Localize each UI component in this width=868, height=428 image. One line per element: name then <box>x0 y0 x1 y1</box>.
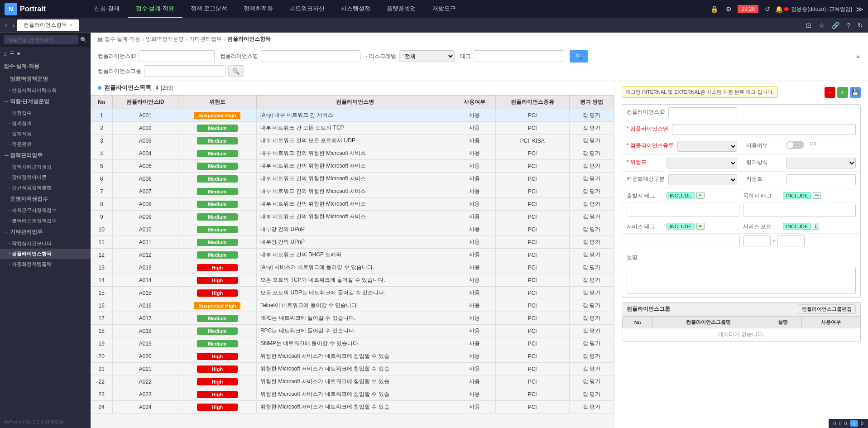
service-port-edit-icon[interactable]: ℹ <box>813 223 819 230</box>
sidebar-group-0[interactable]: ─ 방화벽정책운영 <box>0 73 91 85</box>
table-scroll[interactable]: No 컴플라이언스ID 위험도 컴플라이언스명 사용여부 컴플라이언스종류 평가… <box>91 95 614 428</box>
nav-item-0[interactable]: 신청·결재 <box>86 0 128 18</box>
nav-item-4[interactable]: 네트워크자산 <box>281 0 333 18</box>
sidebar-item-제책근무자정책접수[interactable]: · 제책근무자정책접수 <box>0 205 91 216</box>
account-target-select[interactable] <box>668 174 737 185</box>
sidebar-item-블랙리스트정책접수[interactable]: · 블랙리스트정책접수 <box>0 216 91 226</box>
compliance-group-input[interactable] <box>144 65 225 77</box>
use-yn-toggle[interactable] <box>786 141 804 149</box>
sidebar-group-3[interactable]: ─ 운영자직권접수 <box>0 193 91 205</box>
delete-button[interactable]: − <box>825 87 835 98</box>
table-row[interactable]: 5 A005 Medium 내부 네트워크 간의 위험한 Microsoft 서… <box>91 160 614 173</box>
nav-item-7[interactable]: 개발도구 <box>424 0 464 18</box>
tab-compliance[interactable]: 컴플라이언스항목 × <box>17 19 79 31</box>
table-row[interactable]: 9 A009 Medium 내부 네트워크 간의 위험한 Microsoft 서… <box>91 211 614 223</box>
tab-window-icon[interactable]: ⊡ <box>803 22 814 29</box>
table-row[interactable]: 17 A017 Medium RPC는 네트워크에 들어갈 수 있습니다. 사용… <box>91 312 614 325</box>
dest-tag-edit-icon[interactable]: ✏ <box>813 192 821 199</box>
table-row[interactable]: 12 A012 Medium 내부 네트워크 간의 DHCP 트래픽 사용 PC… <box>91 249 614 261</box>
sidebar-item-설계적용[interactable]: · 설계적용 <box>0 129 91 139</box>
table-row[interactable]: 2 A002 Medium 내부 네트워크 간 모든 포트의 TCP 사용 PC… <box>91 122 614 135</box>
sidebar-search-input[interactable] <box>4 35 78 44</box>
compliance-type-select[interactable] <box>677 141 737 152</box>
sidebar-item-컴플라이언스항목[interactable]: · 컴플라이언스항목 <box>0 249 91 259</box>
service-port-from[interactable] <box>743 236 771 246</box>
sidebar-item-적용완료[interactable]: · 적용완료 <box>0 139 91 149</box>
table-row[interactable]: 22 A022 High 위험한 Microsoft 서비스가 네트워크에 침입… <box>91 375 614 388</box>
sidebar-item-자동화정책템플릿[interactable]: · 자동화정책템플릿 <box>0 259 91 269</box>
sidebar-item-장비정책아이콘[interactable]: · 장비정책아이콘 <box>0 172 91 183</box>
risk-select-r[interactable] <box>667 158 737 168</box>
tab-help-icon[interactable]: ? <box>844 22 853 29</box>
expand-arrow[interactable]: ≫ <box>856 5 863 14</box>
table-row[interactable]: 1 A001 Suspected High [Any] 내부 네트워크 간 서비… <box>91 109 614 122</box>
sidebar-group-4[interactable]: ─ 기타관리업무 <box>0 226 91 238</box>
table-row[interactable]: 10 A010 Medium 내부망 간의 UPnP 사용 PCI 값 평가 <box>91 223 614 236</box>
search-button[interactable]: 🔍 <box>570 50 588 63</box>
sidebar-item-작업실시간모니터[interactable]: · 작업실시간모니터 <box>0 238 91 249</box>
sidebar-item-설계설계[interactable]: · 설계설계 <box>0 118 91 129</box>
tab-star-icon[interactable]: ☆ <box>816 22 827 29</box>
service-port-to[interactable] <box>777 236 805 246</box>
eval-method-select[interactable] <box>786 158 856 168</box>
table-row[interactable]: 19 A019 Medium SNMP는 네트워크에 들어갈 수 있습니다. 사… <box>91 337 614 350</box>
table-row[interactable]: 8 A008 Medium 내부 네트워크 간의 위험한 Microsoft 서… <box>91 198 614 211</box>
tab-link-icon[interactable]: 🔗 <box>829 22 842 29</box>
sidebar-star-icon[interactable]: ★ <box>16 51 21 57</box>
table-row[interactable]: 4 A004 Medium 내부 네트워크 간의 위험한 Microsoft 서… <box>91 147 614 160</box>
service-tag-edit-icon[interactable]: ✏ <box>696 223 705 230</box>
nav-item-6[interactable]: 플랫폼셋업 <box>379 0 424 18</box>
sidebar-search-icon[interactable]: 🔍 <box>80 37 87 43</box>
save-button[interactable]: 💾 <box>850 87 861 98</box>
table-row[interactable]: 15 A015 High 모든 포트의 UDP는 네트워크에 들어갈 수 있습니… <box>91 287 614 299</box>
tab-close-btn[interactable]: × <box>70 23 72 28</box>
add-button[interactable]: + <box>837 87 848 98</box>
compliance-id-input[interactable] <box>139 50 215 62</box>
accordion-button[interactable]: ▲ <box>855 53 861 59</box>
nav-item-2[interactable]: 정책·로그분석 <box>182 0 236 18</box>
table-row[interactable]: 13 A013 High [Any] 서비스가 네트워크에 들어갈 수 있습니다… <box>91 261 614 274</box>
download-button[interactable]: ⬇ [269] <box>155 85 173 91</box>
table-row[interactable]: 11 A011 Medium 내부망 간의 UPnP 사용 PCI 값 평가 <box>91 236 614 249</box>
nav-item-1[interactable]: 접수·설계·적용 <box>128 0 182 18</box>
account-input[interactable] <box>786 174 856 185</box>
sidebar-group-1[interactable]: ─ 역할·단계별운영 <box>0 96 91 108</box>
table-row[interactable]: 18 A018 Medium RPC는 네트워크에 들어갈 수 있습니다. 사용… <box>91 325 614 337</box>
home-icon[interactable]: ⌂ <box>4 50 7 57</box>
risk-level-select[interactable]: 전체 High Medium Low Suspected High <box>399 50 455 62</box>
notification-icon[interactable]: 🔔0 <box>777 4 787 14</box>
compliance-id-input-r[interactable] <box>668 107 737 118</box>
sidebar-item-정책처리근거생성[interactable]: · 정책처리근거생성 <box>0 162 91 172</box>
table-row[interactable]: 6 A006 Medium 내부 네트워크 간의 위험한 Microsoft 서… <box>91 173 614 185</box>
service-tag-input-area[interactable] <box>627 235 740 247</box>
table-row[interactable]: 21 A021 High 위험한 Microsoft 서비스가 네트워크에 침입… <box>91 363 614 375</box>
compliance-name-input-r[interactable] <box>672 124 856 135</box>
sidebar-item-신규적용정책룰맵[interactable]: · 신규적용정책룰맵 <box>0 183 91 193</box>
nav-item-5[interactable]: 시스템설정 <box>333 0 379 18</box>
description-area[interactable] <box>627 267 856 294</box>
compliance-name-input[interactable] <box>261 50 360 62</box>
tab-prev-btn[interactable]: ‹ <box>2 22 10 29</box>
table-row[interactable]: 16 A016 Suspected High Telnet이 네트워크에 들어갈… <box>91 299 614 312</box>
sidebar-item-산청서처리이력조회[interactable]: · 산청서처리이력조회 <box>0 85 91 96</box>
sidebar-menu-icon[interactable]: ☰ <box>10 51 14 57</box>
reset-icon[interactable]: ↺ <box>762 4 773 14</box>
group-search-btn[interactable]: 🔍 <box>228 65 244 77</box>
nav-item-3[interactable]: 정책최적화 <box>235 0 281 18</box>
tab-next-btn[interactable]: › <box>10 22 18 29</box>
settings-icon[interactable]: ⚙ <box>723 4 734 14</box>
source-tag-input-area[interactable] <box>627 204 739 216</box>
lock-icon[interactable]: 🔒 <box>709 4 719 14</box>
table-row[interactable]: 24 A024 High 위험한 Microsoft 서비스가 네트워크에 침입… <box>91 401 614 414</box>
group-edit-btn[interactable]: 컴플라이언스그룹편집 <box>798 304 856 314</box>
table-row[interactable]: 23 A023 High 위험한 Microsoft 서비스가 네트워크에 침입… <box>91 388 614 401</box>
dest-tag-input-area[interactable] <box>743 204 856 216</box>
table-row[interactable]: 7 A007 Medium 내부 네트워크 간의 위험한 Microsoft 서… <box>91 185 614 198</box>
sidebar-group-2[interactable]: ─ 정책관리업무 <box>0 149 91 162</box>
sidebar-item-신청접수[interactable]: · 신청접수 <box>0 108 91 118</box>
table-row[interactable]: 3 A003 Medium 내부 네트워크 간의 모든 포트에서 UDP 사용 … <box>91 135 614 147</box>
table-row[interactable]: 14 A014 High 모든 포트의 TCP가 네트워크에 들어갈 수 있습니… <box>91 274 614 287</box>
tab-refresh-icon[interactable]: ↻ <box>855 22 866 29</box>
table-row[interactable]: 20 A020 High 위험한 Microsoft 서비스가 네트워크에 침입… <box>91 350 614 363</box>
tag-input[interactable] <box>474 50 564 62</box>
